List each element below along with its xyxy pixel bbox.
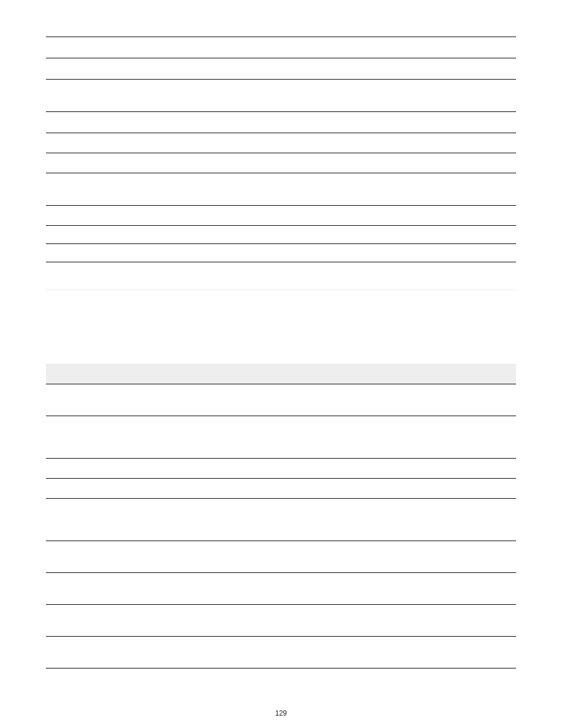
table-cell	[196, 79, 351, 111]
table-row	[46, 205, 516, 225]
table-cell	[196, 17, 351, 37]
table-cell	[196, 416, 351, 459]
table-cell	[352, 153, 516, 173]
table-cell	[196, 573, 351, 605]
table-cell	[46, 173, 196, 205]
table-row	[46, 79, 516, 111]
table-cell	[196, 479, 351, 499]
table-row	[46, 37, 516, 58]
table-row	[46, 541, 516, 573]
page-number: 129	[0, 709, 562, 717]
table-cell	[352, 58, 516, 79]
table-cell	[46, 573, 196, 605]
table-cell	[46, 111, 196, 133]
table-header-row	[46, 364, 516, 384]
table-cell	[46, 541, 196, 573]
table-cell	[352, 384, 516, 416]
table-header-cell	[352, 364, 516, 384]
table-cell	[46, 243, 196, 262]
second-table	[46, 364, 516, 669]
table-cell	[352, 205, 516, 225]
table-cell	[352, 416, 516, 459]
table-row	[46, 133, 516, 153]
table-cell	[46, 637, 196, 668]
table-cell	[46, 79, 196, 111]
table-cell	[196, 133, 351, 153]
table-cell	[352, 479, 516, 499]
table-row	[46, 459, 516, 479]
table-cell	[352, 133, 516, 153]
table-row	[46, 637, 516, 668]
table-cell	[352, 499, 516, 541]
table-cell	[46, 153, 196, 173]
table-cell	[196, 225, 351, 243]
top-table	[46, 17, 516, 262]
table-cell	[352, 79, 516, 111]
table-cell	[352, 225, 516, 243]
table-row	[46, 384, 516, 416]
table-cell	[196, 153, 351, 173]
table-cell	[352, 573, 516, 605]
table-row	[46, 605, 516, 637]
table-cell	[352, 243, 516, 262]
table-cell	[196, 499, 351, 541]
table-cell	[352, 17, 516, 37]
table-header-cell	[196, 364, 351, 384]
table-cell	[352, 173, 516, 205]
table-cell	[196, 58, 351, 79]
table-cell	[46, 133, 196, 153]
table-header-cell	[46, 364, 196, 384]
table-row	[46, 499, 516, 541]
table-cell	[46, 479, 196, 499]
table-row	[46, 479, 516, 499]
table-cell	[196, 205, 351, 225]
table-cell	[196, 111, 351, 133]
table-cell	[46, 384, 196, 416]
table-row	[46, 153, 516, 173]
table-cell	[46, 37, 196, 58]
table-cell	[352, 541, 516, 573]
table-cell	[352, 605, 516, 637]
table-cell	[46, 605, 196, 637]
table-row	[46, 225, 516, 243]
table-cell	[196, 384, 351, 416]
table-row	[46, 58, 516, 79]
table-cell	[196, 243, 351, 262]
table-row	[46, 173, 516, 205]
table-row	[46, 243, 516, 262]
table-row	[46, 416, 516, 459]
table-cell	[352, 637, 516, 668]
table-cell	[196, 37, 351, 58]
table-row	[46, 111, 516, 133]
table-cell	[46, 205, 196, 225]
table-cell	[352, 459, 516, 479]
table-cell	[46, 225, 196, 243]
table-cell	[46, 17, 196, 37]
table-cell	[352, 111, 516, 133]
table-cell	[196, 173, 351, 205]
table-cell	[196, 605, 351, 637]
table-cell	[352, 37, 516, 58]
table-cell	[196, 541, 351, 573]
table-row	[46, 17, 516, 37]
table-row	[46, 573, 516, 605]
table-cell	[196, 637, 351, 668]
table-cell	[46, 58, 196, 79]
table-cell	[46, 499, 196, 541]
table-cell	[46, 459, 196, 479]
table-cell	[46, 416, 196, 459]
table-cell	[196, 459, 351, 479]
